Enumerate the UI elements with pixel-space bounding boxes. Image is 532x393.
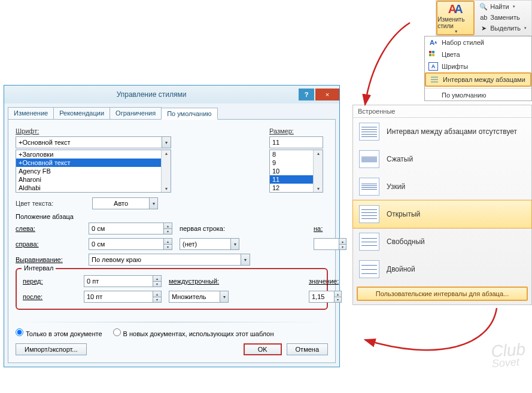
after-label: после: <box>23 293 77 300</box>
value-label: значение: <box>309 278 345 285</box>
spin-up-icon[interactable]: ▴ <box>335 291 341 297</box>
spin-down-icon[interactable]: ▾ <box>164 245 172 250</box>
tab-default[interactable]: По умолчанию <box>161 108 217 120</box>
dialog-close-button[interactable]: × <box>315 89 339 100</box>
list-item[interactable]: Aharoni <box>16 175 171 184</box>
spacing-option-compact[interactable]: Сжатый <box>353 145 531 173</box>
arrow-annotation-2 <box>353 305 509 377</box>
svg-rect-1 <box>432 51 434 53</box>
dropdown-style-set[interactable]: Aᴀ Набор стилей <box>425 36 531 48</box>
spacing-icon-compact <box>359 150 379 168</box>
radio-this-document[interactable]: Только в этом документе <box>16 328 102 337</box>
list-item[interactable]: +Заголовки <box>16 150 171 159</box>
font-listbox[interactable]: +Заголовки +Основной текст Agency FB Aha… <box>16 150 171 193</box>
tab-recommend[interactable]: Рекомендации <box>53 107 110 119</box>
spin-down-icon[interactable]: ▾ <box>335 297 341 303</box>
right-label: справа: <box>16 240 81 248</box>
spacing-icon-double <box>359 260 379 278</box>
tab-edit[interactable]: Изменение <box>8 107 54 119</box>
dialog-help-button[interactable]: ? <box>299 89 314 100</box>
spin-down-icon[interactable]: ▾ <box>339 245 346 250</box>
linespacing-combo[interactable]: ▾ <box>169 291 229 303</box>
panel-header: Встроенные <box>353 105 531 118</box>
scroll-up-icon[interactable]: ▴ <box>317 150 320 157</box>
dropdown-fonts[interactable]: A Шрифты <box>425 60 531 72</box>
spacing-option-open[interactable]: Открытый <box>352 200 532 229</box>
scrollbar[interactable]: ▴▾ <box>313 150 323 192</box>
dropdown-colors[interactable]: Цвета <box>425 48 531 60</box>
spacing-icon-none <box>359 123 379 141</box>
spin-up-icon[interactable]: ▴ <box>339 239 346 245</box>
change-styles-button[interactable]: AA Изменить стили ▼ <box>436 1 475 35</box>
on-spin[interactable]: ▴▾ <box>314 238 346 250</box>
size-combo[interactable] <box>269 136 323 148</box>
replace-icon: ab <box>479 13 488 22</box>
list-item[interactable]: Aldhabi <box>16 184 171 192</box>
svg-rect-3 <box>432 54 434 56</box>
before-spin[interactable]: ▴▾ <box>84 275 162 287</box>
spacing-option-none[interactable]: Интервал между абзацами отсутствует <box>353 118 531 145</box>
dropdown-default[interactable]: По умолчанию <box>425 90 531 100</box>
dropdown-paragraph-spacing[interactable]: Интервал между абзацами <box>425 72 531 87</box>
scroll-down-icon[interactable]: ▾ <box>165 185 168 192</box>
scroll-down-icon[interactable]: ▾ <box>317 185 320 192</box>
chevron-down-icon[interactable]: ▾ <box>149 198 157 209</box>
binoculars-icon: 🔍 <box>479 2 488 11</box>
spin-up-icon[interactable]: ▴ <box>153 276 161 282</box>
dialog-tabs: Изменение Рекомендации Ограничения По ум… <box>4 103 339 119</box>
size-label: Размер: <box>269 127 341 135</box>
spacing-option-double[interactable]: Двойной <box>353 255 531 283</box>
tab-restrict[interactable]: Ограничения <box>110 107 162 119</box>
firstline-combo[interactable]: ▾ <box>180 238 239 250</box>
select-button[interactable]: ➤ Выделить ▾ <box>478 23 528 33</box>
style-set-icon: Aᴀ <box>428 38 438 47</box>
font-combo[interactable]: ▾ <box>16 136 171 148</box>
scroll-up-icon[interactable]: ▴ <box>165 150 168 157</box>
chevron-down-icon: ▾ <box>513 4 515 9</box>
size-listbox[interactable]: 8 9 10 11 12 ▴▾ <box>269 150 323 193</box>
linespacing-label: междустрочный: <box>169 278 235 285</box>
text-color-input[interactable] <box>93 198 149 209</box>
align-label: Выравнивание: <box>16 256 81 263</box>
value-spin[interactable]: ▴▾ <box>309 291 342 303</box>
fonts-icon: A <box>428 62 438 71</box>
spacing-option-tight[interactable]: Узкий <box>353 173 531 200</box>
styles-aa-icon: AA <box>448 2 463 16</box>
radio-new-documents[interactable]: В новых документах, использующих этот ша… <box>113 328 274 337</box>
list-item[interactable]: +Основной текст <box>16 159 171 167</box>
ok-button[interactable]: OK <box>244 343 282 355</box>
right-spin[interactable]: ▴▾ <box>89 238 172 250</box>
after-spin[interactable]: ▴▾ <box>84 291 162 303</box>
find-button[interactable]: 🔍 Найти ▾ <box>478 2 528 11</box>
size-input[interactable] <box>270 137 323 148</box>
cancel-button[interactable]: Отмена <box>287 343 328 355</box>
chevron-down-icon[interactable]: ▾ <box>241 254 250 265</box>
change-styles-dropdown: Aᴀ Набор стилей Цвета A Шрифты Интервал … <box>424 36 532 101</box>
left-spin[interactable]: ▴▾ <box>89 223 172 234</box>
firstline-label: первая строка: <box>180 225 245 232</box>
text-color-combo[interactable]: ▾ <box>92 197 158 209</box>
spin-up-icon[interactable]: ▴ <box>164 239 172 245</box>
chevron-down-icon[interactable]: ▾ <box>230 239 239 249</box>
spin-up-icon[interactable]: ▴ <box>164 223 172 229</box>
list-item[interactable]: Agency FB <box>16 167 171 175</box>
font-input[interactable] <box>16 137 162 148</box>
chevron-down-icon[interactable]: ▾ <box>162 137 171 148</box>
import-export-button[interactable]: Импорт/экспорт... <box>16 343 87 355</box>
scrollbar[interactable]: ▴▾ <box>161 150 171 192</box>
colors-icon <box>428 50 438 59</box>
spin-down-icon[interactable]: ▾ <box>164 229 172 234</box>
manage-styles-dialog: Управление стилями ? × Изменение Рекомен… <box>4 85 340 367</box>
spacing-icon-open <box>359 205 379 223</box>
dialog-body: Шрифт: ▾ +Заголовки +Основной текст Agen… <box>8 119 336 363</box>
spin-down-icon[interactable]: ▾ <box>153 282 161 287</box>
spin-up-icon[interactable]: ▴ <box>153 291 161 297</box>
interval-legend: Интервал <box>22 264 56 272</box>
align-combo[interactable]: ▾ <box>89 254 250 266</box>
spin-down-icon[interactable]: ▾ <box>153 297 161 303</box>
spacing-option-relaxed[interactable]: Свободный <box>353 228 531 255</box>
chevron-down-icon[interactable]: ▾ <box>220 291 228 302</box>
replace-button[interactable]: ab Заменить <box>478 13 528 22</box>
custom-spacing-link[interactable]: Пользовательские интервалы для абзаца... <box>357 287 528 301</box>
cursor-icon: ➤ <box>479 24 488 32</box>
